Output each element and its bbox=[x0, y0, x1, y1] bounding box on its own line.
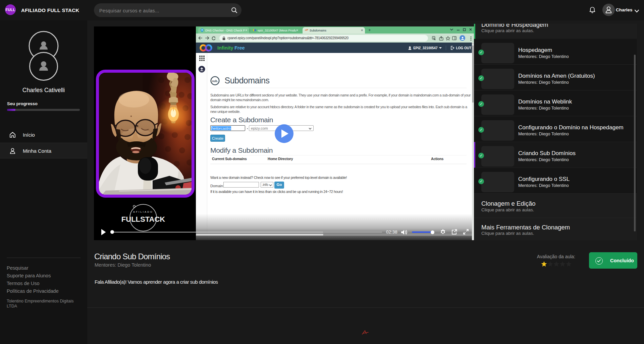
svg-text:AFILIADO: AFILIADO bbox=[133, 210, 153, 213]
svg-text:cP: cP bbox=[305, 28, 308, 31]
svg-text:FULLSTACK: FULLSTACK bbox=[121, 215, 165, 223]
svg-text:sub.: sub. bbox=[212, 79, 218, 82]
